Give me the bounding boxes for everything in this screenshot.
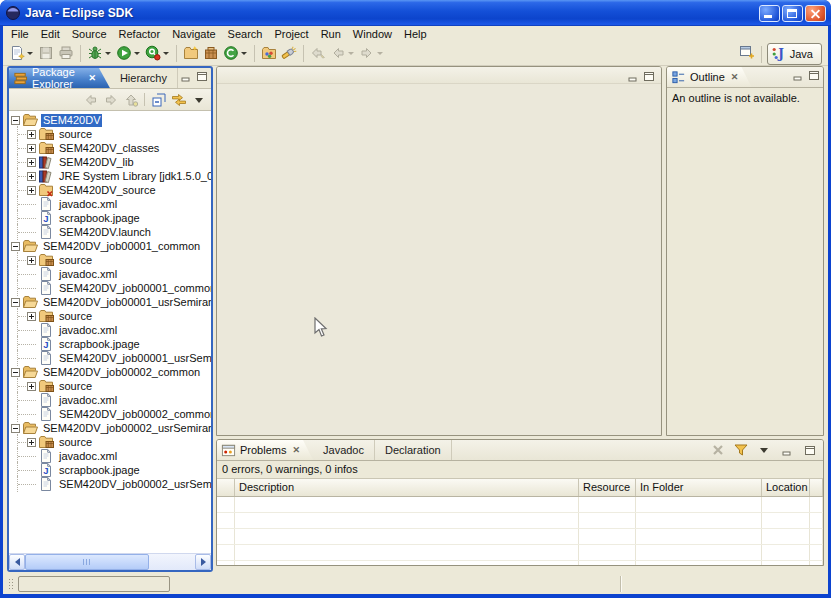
tab-problems[interactable]: Problems✕ — [217, 440, 313, 460]
tree-item-sem420dv-job00002-usrsemiramis-launch[interactable]: SEM420DV_job00002_usrSemiramis.launch — [9, 477, 211, 491]
external-tools-dropdown-icon[interactable] — [163, 52, 169, 58]
column-header-description[interactable]: Description — [235, 479, 579, 496]
menu-project[interactable]: Project — [268, 27, 314, 41]
expander-plus-icon[interactable] — [27, 256, 36, 265]
tree-item-sem420dv-job00002-common-launch[interactable]: SEM420DV_job00002_common.launch — [9, 407, 211, 421]
new-wizard-dropdown-icon[interactable] — [27, 52, 33, 58]
tree-item-sem420dv-source[interactable]: SEM420DV_source — [9, 183, 211, 197]
menu-refactor[interactable]: Refactor — [113, 27, 167, 41]
minimize-button[interactable] — [777, 442, 796, 459]
menu-file[interactable]: File — [5, 27, 35, 41]
run-button[interactable] — [114, 44, 143, 62]
menu-source[interactable]: Source — [66, 27, 113, 41]
tab-javadoc[interactable]: Javadoc — [313, 440, 375, 460]
tab-package-explorer[interactable]: Package Explorer✕ — [9, 68, 110, 88]
tree-item-scrapbook-jpage[interactable]: Jscrapbook.jpage — [9, 463, 211, 477]
expander-minus-icon[interactable] — [11, 242, 20, 251]
debug-dropdown-icon[interactable] — [105, 52, 111, 58]
view-menu-button[interactable] — [189, 91, 208, 108]
horizontal-scrollbar[interactable] — [9, 553, 211, 570]
tab-hierarchy[interactable]: Hierarchy — [110, 68, 178, 88]
tab-outline[interactable]: Outline✕ — [667, 67, 751, 87]
expander-minus-icon[interactable] — [11, 116, 20, 125]
tree-item-source[interactable]: source — [9, 253, 211, 267]
maximize-button[interactable] — [641, 70, 656, 83]
maximize-button[interactable] — [800, 442, 819, 459]
tree-item-sem420dv-job00001-usrsemiramis-launch[interactable]: SEM420DV_job00001_usrSemiramis.launch — [9, 351, 211, 365]
collapse-all-button[interactable] — [149, 91, 168, 108]
view-menu-button[interactable] — [754, 442, 773, 459]
perspective-java-button[interactable]: J Java — [767, 43, 822, 65]
expander-minus-icon[interactable] — [11, 298, 20, 307]
tab-declaration[interactable]: Declaration — [375, 440, 452, 460]
column-header-resource[interactable]: Resource — [579, 479, 636, 496]
new-class-button[interactable] — [221, 44, 250, 62]
filter-button[interactable] — [731, 442, 750, 459]
external-tools-button[interactable] — [143, 44, 172, 62]
expander-plus-icon[interactable] — [27, 172, 36, 181]
tree-item-source[interactable]: source — [9, 435, 211, 449]
new-wizard-button[interactable] — [7, 44, 36, 62]
close-icon[interactable]: ✕ — [86, 74, 96, 83]
minimize-button[interactable] — [625, 70, 640, 83]
open-perspective-button[interactable] — [738, 43, 756, 65]
tree-item-sem420dv-launch[interactable]: SEM420DV.launch — [9, 225, 211, 239]
expander-plus-icon[interactable] — [27, 158, 36, 167]
column-header-in-folder[interactable]: In Folder — [636, 479, 762, 496]
window-maximize-button[interactable] — [782, 5, 803, 22]
expander-plus-icon[interactable] — [27, 144, 36, 153]
debug-button[interactable] — [85, 44, 114, 62]
menu-help[interactable]: Help — [398, 27, 433, 41]
tree-item-javadoc-xml[interactable]: javadoc.xml — [9, 449, 211, 463]
expander-minus-icon[interactable] — [11, 368, 20, 377]
tree-item-scrapbook-jpage[interactable]: Jscrapbook.jpage — [9, 211, 211, 225]
expander-plus-icon[interactable] — [27, 438, 36, 447]
search-button[interactable] — [279, 44, 299, 62]
window-close-button[interactable] — [805, 5, 826, 22]
tree-item-sem420dv-job00001-usrsemiramis[interactable]: SEM420DV_job00001_usrSemiramis — [9, 295, 211, 309]
new-java-package-button[interactable] — [201, 44, 221, 62]
column-header-icon[interactable] — [217, 479, 235, 496]
menu-search[interactable]: Search — [222, 27, 269, 41]
close-icon[interactable]: ✕ — [729, 73, 739, 82]
run-dropdown-icon[interactable] — [134, 52, 140, 58]
scrollbar-thumb[interactable] — [25, 554, 149, 570]
tree-item-sem420dv-lib[interactable]: SEM420DV_lib — [9, 155, 211, 169]
tree-item-sem420dv[interactable]: SEM420DV — [9, 113, 211, 127]
tree-item-sem420dv-job00001-common-launch[interactable]: SEM420DV_job00001_common.launch — [9, 281, 211, 295]
menu-navigate[interactable]: Navigate — [166, 27, 221, 41]
expander-minus-icon[interactable] — [11, 424, 20, 433]
expander-plus-icon[interactable] — [27, 382, 36, 391]
tree-item-sem420dv-classes[interactable]: SEM420DV_classes — [9, 141, 211, 155]
expander-plus-icon[interactable] — [27, 312, 36, 321]
tree-item-sem420dv-job00001-common[interactable]: SEM420DV_job00001_common — [9, 239, 211, 253]
menu-run[interactable]: Run — [315, 27, 347, 41]
maximize-button[interactable] — [194, 70, 209, 83]
maximize-button[interactable] — [806, 69, 821, 82]
tree-item-source[interactable]: source — [9, 127, 211, 141]
scroll-left-button[interactable] — [9, 554, 25, 570]
tree-item-sem420dv-job00002-usrsemiramis[interactable]: SEM420DV_job00002_usrSemiramis — [9, 421, 211, 435]
expander-plus-icon[interactable] — [27, 186, 36, 195]
window-minimize-button[interactable] — [759, 5, 780, 22]
menu-window[interactable]: Window — [347, 27, 398, 41]
link-with-editor-button[interactable] — [169, 91, 188, 108]
minimize-button[interactable] — [790, 69, 805, 82]
tree-item-scrapbook-jpage[interactable]: Jscrapbook.jpage — [9, 337, 211, 351]
scrollbar-track[interactable] — [25, 554, 195, 570]
tree-item-jre-system-library-jdk1-5-0-05[interactable]: JRE System Library [jdk1.5.0_05] — [9, 169, 211, 183]
tree-item-source[interactable]: source — [9, 309, 211, 323]
new-class-dropdown-icon[interactable] — [241, 52, 247, 58]
tree-item-source[interactable]: source — [9, 379, 211, 393]
tree-item-sem420dv-job00002-common[interactable]: SEM420DV_job00002_common — [9, 365, 211, 379]
minimize-button[interactable] — [178, 70, 193, 83]
tree-item-javadoc-xml[interactable]: javadoc.xml — [9, 323, 211, 337]
tree-item-javadoc-xml[interactable]: javadoc.xml — [9, 393, 211, 407]
close-icon[interactable]: ✕ — [290, 446, 300, 455]
column-header-location[interactable]: Location — [762, 479, 810, 496]
tree-item-javadoc-xml[interactable]: javadoc.xml — [9, 197, 211, 211]
menu-edit[interactable]: Edit — [35, 27, 66, 41]
open-type-button[interactable] — [259, 44, 279, 62]
expander-plus-icon[interactable] — [27, 130, 36, 139]
scroll-right-button[interactable] — [195, 554, 211, 570]
